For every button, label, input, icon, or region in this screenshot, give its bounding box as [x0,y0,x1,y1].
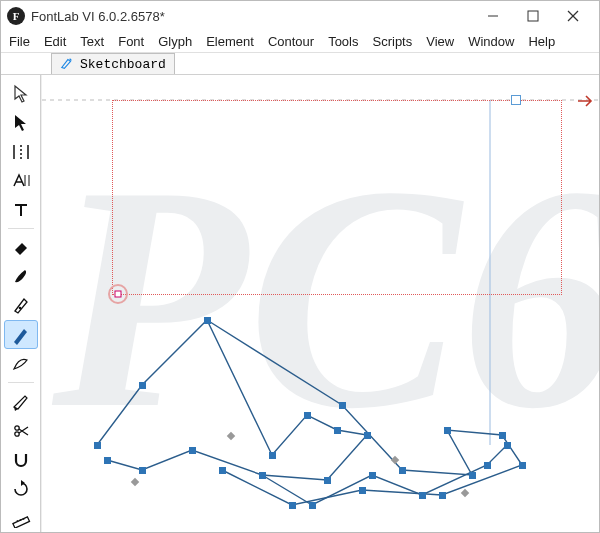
tool-guides[interactable] [4,137,38,166]
svg-rect-32 [324,477,331,484]
svg-rect-48 [369,472,376,479]
tool-knife[interactable] [4,387,38,416]
svg-rect-50 [484,462,491,469]
canvas[interactable]: PC6 [41,75,599,532]
svg-rect-25 [94,442,101,449]
tool-rotate[interactable] [4,474,38,503]
toolbar-separator [8,382,34,383]
bezier-path[interactable] [42,75,599,532]
tool-scissors[interactable] [4,416,38,445]
svg-rect-33 [259,472,266,479]
tool-pointer-outline[interactable] [4,79,38,108]
svg-rect-47 [309,502,316,509]
menu-font[interactable]: Font [118,34,144,49]
svg-rect-12 [12,516,29,527]
toolbar-separator [8,228,34,229]
tabstrip: Sketchboard [1,53,599,75]
tool-pencil[interactable] [4,320,38,349]
svg-rect-36 [104,457,111,464]
menu-glyph[interactable]: Glyph [158,34,192,49]
svg-rect-21 [227,432,235,440]
maximize-button[interactable] [513,1,553,31]
svg-rect-39 [469,472,476,479]
tool-text[interactable] [4,195,38,224]
svg-rect-43 [439,492,446,499]
svg-rect-23 [461,489,469,497]
svg-point-9 [18,307,21,310]
menubar: File Edit Text Font Glyph Element Contou… [1,31,599,53]
menu-element[interactable]: Element [206,34,254,49]
tool-pointer-fill[interactable] [4,108,38,137]
workarea: PC6 [1,75,599,532]
sketchboard-icon [60,57,74,71]
tool-metrics[interactable] [4,166,38,195]
close-button[interactable] [553,1,593,31]
svg-rect-35 [139,467,146,474]
svg-rect-27 [204,317,211,324]
menu-contour[interactable]: Contour [268,34,314,49]
svg-rect-46 [219,467,226,474]
menu-file[interactable]: File [9,34,30,49]
menu-view[interactable]: View [426,34,454,49]
tool-eraser[interactable] [4,233,38,262]
tool-brush[interactable] [4,262,38,291]
svg-rect-38 [399,467,406,474]
left-toolbar [1,75,41,532]
tab-sketchboard[interactable]: Sketchboard [51,53,175,74]
app-icon: F [7,7,25,25]
svg-rect-37 [339,402,346,409]
svg-rect-44 [359,487,366,494]
tab-label: Sketchboard [80,57,166,72]
window-title: FontLab VI 6.0.2.6578* [31,9,473,24]
svg-rect-34 [189,447,196,454]
svg-point-10 [14,425,18,429]
svg-rect-30 [334,427,341,434]
svg-rect-26 [139,382,146,389]
svg-rect-24 [131,478,139,486]
svg-rect-41 [499,432,506,439]
menu-tools[interactable]: Tools [328,34,358,49]
svg-rect-40 [444,427,451,434]
menu-edit[interactable]: Edit [44,34,66,49]
menu-window[interactable]: Window [468,34,514,49]
svg-rect-29 [304,412,311,419]
svg-rect-51 [504,442,511,449]
tool-calligraphy[interactable] [4,349,38,378]
svg-point-11 [14,431,18,435]
svg-rect-31 [364,432,371,439]
minimize-button[interactable] [473,1,513,31]
tool-ruler[interactable] [4,503,38,532]
tool-pen[interactable] [4,291,38,320]
menu-help[interactable]: Help [528,34,555,49]
svg-rect-45 [289,502,296,509]
menu-scripts[interactable]: Scripts [373,34,413,49]
tool-magnet[interactable] [4,445,38,474]
svg-rect-42 [519,462,526,469]
menu-text[interactable]: Text [80,34,104,49]
svg-rect-28 [269,452,276,459]
titlebar: F FontLab VI 6.0.2.6578* [1,1,599,31]
svg-rect-49 [419,492,426,499]
svg-rect-22 [391,456,399,464]
svg-rect-1 [528,11,538,21]
